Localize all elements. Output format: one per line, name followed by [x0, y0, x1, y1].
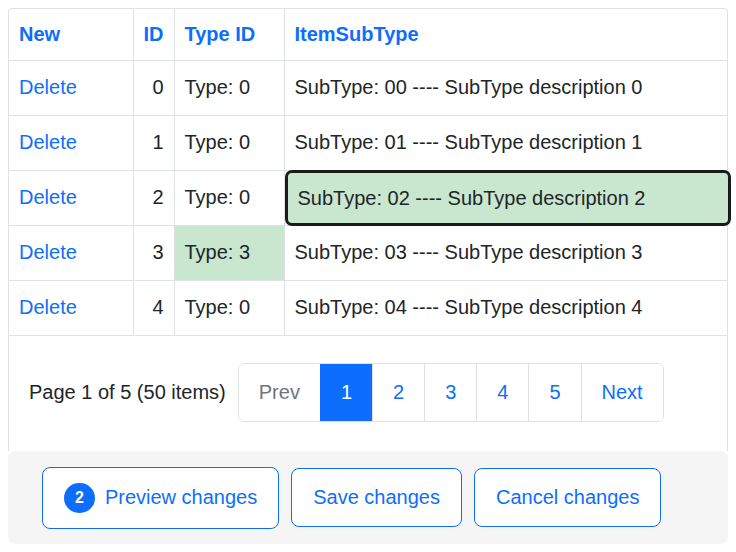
action-cell: Delete — [9, 281, 133, 336]
cancel-changes-button[interactable]: Cancel changes — [474, 468, 661, 527]
subtype-cell[interactable]: SubType: 04 ---- SubType description 4 — [284, 281, 727, 336]
type-cell[interactable]: Type: 0 — [174, 281, 284, 336]
column-header-id[interactable]: ID — [133, 9, 174, 61]
delete-link[interactable]: Delete — [19, 296, 77, 318]
action-cell: Delete — [9, 116, 133, 171]
table-row: Delete 4 Type: 0 SubType: 04 ---- SubTyp… — [9, 281, 727, 336]
table-row: Delete 1 Type: 0 SubType: 01 ---- SubTyp… — [9, 116, 727, 171]
pager-row: Page 1 of 5 (50 items) Prev 1 2 3 4 5 Ne… — [9, 336, 727, 451]
page-button-2[interactable]: 2 — [372, 364, 424, 421]
subtype-cell-highlighted[interactable]: SubType: 02 ---- SubType description 2 — [284, 171, 727, 226]
table-row: Delete 0 Type: 0 SubType: 00 ---- SubTyp… — [9, 61, 727, 116]
pagination: Prev 1 2 3 4 5 Next — [238, 363, 664, 422]
type-cell[interactable]: Type: 0 — [174, 171, 284, 226]
save-changes-button[interactable]: Save changes — [291, 468, 462, 527]
subtype-edited-highlight[interactable]: SubType: 02 ---- SubType description 2 — [285, 170, 732, 226]
items-grid-container: New ID Type ID ItemSubType Delete 0 Type… — [8, 8, 728, 451]
page-button-5[interactable]: 5 — [528, 364, 580, 421]
action-cell: Delete — [9, 226, 133, 281]
page-button-1[interactable]: 1 — [320, 364, 372, 421]
table-row: Delete 2 Type: 0 SubType: 02 ---- SubTyp… — [9, 171, 727, 226]
table-row: Delete 3 Type: 3 SubType: 03 ---- SubTyp… — [9, 226, 727, 281]
header-cell-new: New — [9, 9, 133, 61]
action-cell: Delete — [9, 171, 133, 226]
table-header-row: New ID Type ID ItemSubType — [9, 9, 727, 61]
type-cell-highlighted[interactable]: Type: 3 — [174, 226, 284, 281]
id-cell: 4 — [133, 281, 174, 336]
delete-link[interactable]: Delete — [19, 131, 77, 153]
id-cell: 2 — [133, 171, 174, 226]
items-table: New ID Type ID ItemSubType Delete 0 Type… — [9, 9, 727, 336]
action-cell: Delete — [9, 61, 133, 116]
subtype-cell[interactable]: SubType: 00 ---- SubType description 0 — [284, 61, 727, 116]
id-cell: 1 — [133, 116, 174, 171]
page-summary: Page 1 of 5 (50 items) — [29, 379, 226, 406]
id-cell: 0 — [133, 61, 174, 116]
subtype-cell[interactable]: SubType: 03 ---- SubType description 3 — [284, 226, 727, 281]
type-cell[interactable]: Type: 0 — [174, 61, 284, 116]
delete-link[interactable]: Delete — [19, 186, 77, 208]
preview-changes-button[interactable]: 2 Preview changes — [42, 467, 279, 529]
column-header-type-id[interactable]: Type ID — [174, 9, 284, 61]
type-cell[interactable]: Type: 0 — [174, 116, 284, 171]
page-button-3[interactable]: 3 — [424, 364, 476, 421]
delete-link[interactable]: Delete — [19, 241, 77, 263]
next-page-button[interactable]: Next — [581, 364, 663, 421]
column-header-item-subtype[interactable]: ItemSubType — [284, 9, 727, 61]
prev-page-button[interactable]: Prev — [239, 364, 320, 421]
subtype-cell[interactable]: SubType: 01 ---- SubType description 1 — [284, 116, 727, 171]
delete-link[interactable]: Delete — [19, 76, 77, 98]
id-cell: 3 — [133, 226, 174, 281]
new-link[interactable]: New — [19, 23, 60, 45]
preview-changes-label: Preview changes — [105, 484, 257, 511]
pending-changes-badge: 2 — [64, 483, 95, 513]
actions-footer: 2 Preview changes Save changes Cancel ch… — [8, 451, 728, 544]
page-button-4[interactable]: 4 — [476, 364, 528, 421]
